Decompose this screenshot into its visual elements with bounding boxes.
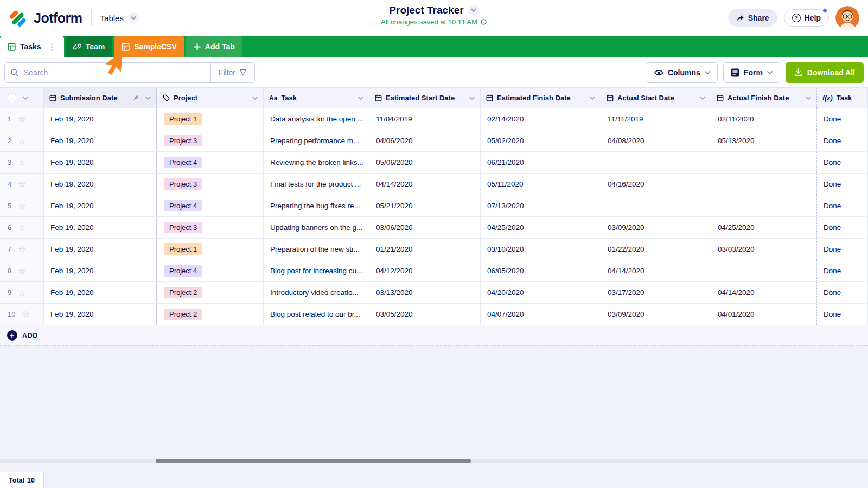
cell-task-status[interactable]: Done <box>817 130 868 151</box>
cell-project[interactable]: Project 3 <box>157 217 264 238</box>
cell-actual-start-date[interactable]: 04/14/2020 <box>601 260 711 281</box>
horizontal-scrollbar[interactable] <box>156 459 471 463</box>
cell-estimated-start-date[interactable]: 03/06/2020 <box>369 217 481 238</box>
pin-icon[interactable] <box>132 94 139 101</box>
select-all-checkbox[interactable] <box>8 94 16 102</box>
cell-actual-finish-date[interactable]: 04/14/2020 <box>711 282 817 303</box>
cell-estimated-start-date[interactable]: 05/06/2020 <box>369 152 481 173</box>
star-icon[interactable]: ☆ <box>18 222 25 233</box>
cell-actual-start-date[interactable]: 11/11/2019 <box>601 108 711 130</box>
cell-actual-finish-date[interactable]: 05/13/2020 <box>711 130 817 151</box>
cell-task-status[interactable]: Done <box>817 282 868 303</box>
cell-task-status[interactable]: Done <box>817 304 868 325</box>
star-icon[interactable]: ☆ <box>18 179 25 189</box>
cell-estimated-finish-date[interactable]: 04/07/2020 <box>481 304 601 325</box>
column-header-task-formula[interactable]: f(x) Task <box>817 88 868 108</box>
cell-estimated-start-date[interactable]: 04/12/2020 <box>369 260 481 281</box>
cell-project[interactable]: Project 4 <box>157 152 264 173</box>
cell-project[interactable]: Project 3 <box>157 130 264 151</box>
help-button[interactable]: ? Help <box>784 9 829 27</box>
cell-submission-date[interactable]: Feb 19, 2020 <box>44 130 157 151</box>
tab-tasks[interactable]: Tasks ⋮ <box>0 36 64 57</box>
cell-actual-start-date[interactable]: 03/17/2020 <box>601 282 711 303</box>
cell-task[interactable]: Introductory video creatio... <box>264 282 369 303</box>
star-icon[interactable]: ☆ <box>18 114 25 124</box>
chevron-down-icon[interactable] <box>252 97 258 100</box>
form-button[interactable]: Form <box>723 62 780 83</box>
column-header-project[interactable]: Project <box>157 88 264 108</box>
cell-actual-start-date[interactable]: 01/22/2020 <box>601 239 711 260</box>
row-select-cell[interactable]: 5 ☆ <box>0 195 44 216</box>
cell-actual-finish-date[interactable] <box>711 195 817 216</box>
tab-team[interactable]: Team <box>66 36 113 57</box>
cell-task-status[interactable]: Done <box>817 217 868 238</box>
cell-actual-finish-date[interactable]: 02/11/2020 <box>711 108 817 130</box>
row-select-cell[interactable]: 7 ☆ <box>0 239 44 260</box>
title-dropdown[interactable]: Project Tracker <box>389 4 478 16</box>
star-icon[interactable]: ☆ <box>18 287 25 298</box>
cell-submission-date[interactable]: Feb 19, 2020 <box>44 174 157 195</box>
cell-estimated-start-date[interactable]: 03/13/2020 <box>369 282 481 303</box>
cell-task[interactable]: Data analysis for the open ... <box>264 108 369 130</box>
jotform-logo[interactable]: Jotform <box>9 8 82 28</box>
cell-submission-date[interactable]: Feb 19, 2020 <box>44 282 157 303</box>
cell-task[interactable]: Updating banners on the g... <box>264 217 369 238</box>
columns-button[interactable]: Columns <box>647 62 718 83</box>
cell-actual-finish-date[interactable]: 04/25/2020 <box>711 217 817 238</box>
tab-samplecsv[interactable]: SampleCSV <box>114 36 184 57</box>
cell-task[interactable]: Preparing the bug fixes re... <box>264 195 369 216</box>
cell-actual-start-date[interactable]: 03/09/2020 <box>601 304 711 325</box>
cell-task-status[interactable]: Done <box>817 174 868 195</box>
row-select-cell[interactable]: 6 ☆ <box>0 217 44 238</box>
cell-estimated-start-date[interactable]: 01/21/2020 <box>369 239 481 260</box>
cell-task-status[interactable]: Done <box>817 152 868 173</box>
star-icon[interactable]: ☆ <box>22 309 29 319</box>
row-select-cell[interactable]: 9 ☆ <box>0 282 44 303</box>
cell-submission-date[interactable]: Feb 19, 2020 <box>44 217 157 238</box>
cell-task-status[interactable]: Done <box>817 260 868 281</box>
filter-button[interactable]: Filter <box>210 63 254 82</box>
column-header-actual-finish-date[interactable]: Actual Finish Date <box>711 88 817 108</box>
cell-estimated-finish-date[interactable]: 05/11/2020 <box>481 174 601 195</box>
cell-actual-finish-date[interactable] <box>711 260 817 281</box>
row-select-cell[interactable]: 10 ☆ <box>0 304 44 325</box>
cell-estimated-start-date[interactable]: 04/06/2020 <box>369 130 481 151</box>
star-icon[interactable]: ☆ <box>18 201 25 211</box>
row-select-cell[interactable]: 1 ☆ <box>0 108 44 130</box>
cell-submission-date[interactable]: Feb 19, 2020 <box>44 195 157 216</box>
cell-task-status[interactable]: Done <box>817 239 868 260</box>
cell-estimated-start-date[interactable]: 05/21/2020 <box>369 195 481 216</box>
cell-actual-finish-date[interactable]: 04/01/2020 <box>711 304 817 325</box>
star-icon[interactable]: ☆ <box>18 244 25 254</box>
tables-nav[interactable]: Tables <box>100 12 139 23</box>
row-select-cell[interactable]: 3 ☆ <box>0 152 44 173</box>
chevron-down-icon[interactable] <box>358 97 363 100</box>
cell-project[interactable]: Project 2 <box>157 304 264 325</box>
chevron-down-icon[interactable] <box>469 97 475 100</box>
cell-estimated-finish-date[interactable]: 07/13/2020 <box>481 195 601 216</box>
column-header-estimated-finish-date[interactable]: Estimated Finish Date <box>481 88 601 108</box>
star-icon[interactable]: ☆ <box>18 266 25 276</box>
chevron-down-icon[interactable] <box>590 97 595 100</box>
cell-actual-start-date[interactable]: 03/09/2020 <box>601 217 711 238</box>
cell-estimated-start-date[interactable]: 04/14/2020 <box>369 174 481 195</box>
cell-submission-date[interactable]: Feb 19, 2020 <box>44 260 157 281</box>
cell-project[interactable]: Project 4 <box>157 260 264 281</box>
cell-task[interactable]: Blog post for increasing cu... <box>264 260 369 281</box>
chevron-down-icon[interactable] <box>23 97 28 100</box>
row-select-cell[interactable]: 8 ☆ <box>0 260 44 281</box>
row-select-cell[interactable]: 4 ☆ <box>0 174 44 195</box>
chevron-down-icon[interactable] <box>700 97 705 100</box>
cell-actual-start-date[interactable] <box>601 195 711 216</box>
cell-actual-finish-date[interactable]: 03/03/2020 <box>711 239 817 260</box>
avatar[interactable] <box>835 6 859 30</box>
cell-actual-start-date[interactable] <box>601 152 711 173</box>
cell-estimated-finish-date[interactable]: 06/05/2020 <box>481 260 601 281</box>
cell-project[interactable]: Project 3 <box>157 174 264 195</box>
cell-actual-finish-date[interactable] <box>711 152 817 173</box>
chevron-down-icon[interactable] <box>145 97 151 100</box>
cell-project[interactable]: Project 1 <box>157 108 264 130</box>
cell-estimated-finish-date[interactable]: 05/02/2020 <box>481 130 601 151</box>
cell-submission-date[interactable]: Feb 19, 2020 <box>44 304 157 325</box>
column-header-actual-start-date[interactable]: Actual Start Date <box>601 88 711 108</box>
